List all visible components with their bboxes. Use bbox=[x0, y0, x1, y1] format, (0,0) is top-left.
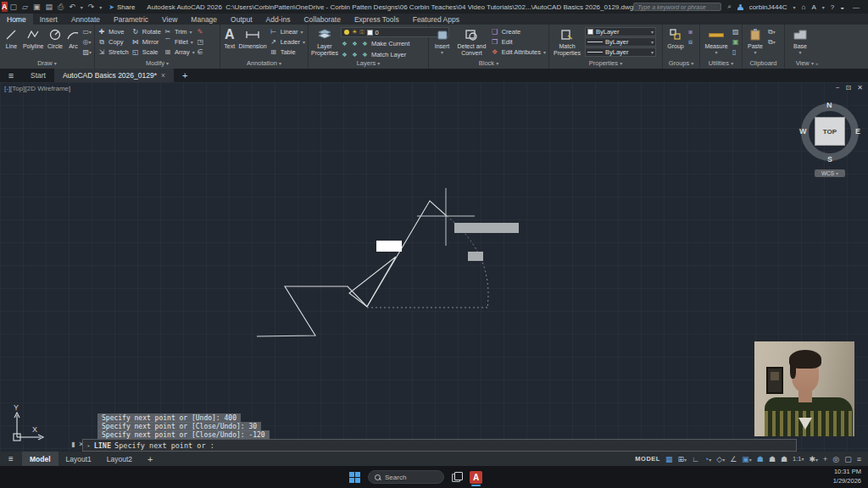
minimize-button[interactable]: — bbox=[850, 3, 862, 11]
block-create-button[interactable]: ❑Create bbox=[491, 27, 546, 36]
panel-title-view[interactable]: View ▾ » bbox=[785, 59, 829, 69]
autodesk-caret-icon[interactable]: ▾ bbox=[822, 4, 825, 10]
ribbon-tab-parametric[interactable]: Parametric bbox=[107, 14, 155, 25]
ungroup-icon[interactable]: ⧆ bbox=[688, 27, 693, 36]
ribbon-tab-collaborate[interactable]: Collaborate bbox=[297, 14, 347, 25]
hatch-icon[interactable]: ▨▾ bbox=[82, 47, 92, 57]
group-edit-icon[interactable]: ⧇ bbox=[688, 37, 693, 47]
autocad-taskbar-icon[interactable]: A bbox=[470, 471, 482, 484]
copy-clip-icon[interactable]: ⧉▾ bbox=[768, 37, 776, 47]
undo-caret-icon[interactable]: ▾ bbox=[81, 4, 83, 10]
stretch-button[interactable]: ⇲Stretch bbox=[97, 47, 129, 57]
redo-icon[interactable]: ↷ bbox=[88, 3, 95, 11]
command-grip-icon[interactable]: ▮ bbox=[71, 441, 75, 448]
help-search-input[interactable]: Type a keyword or phrase bbox=[633, 3, 721, 11]
polar-tracking-icon[interactable]: ◔▾ bbox=[704, 455, 711, 463]
new-tab-button[interactable]: + bbox=[174, 69, 196, 82]
base-button[interactable]: Base▾ bbox=[787, 26, 813, 55]
model-space-toggle[interactable]: MODEL bbox=[635, 455, 660, 463]
ribbon-tab-addins[interactable]: Add-ins bbox=[259, 14, 298, 25]
circle-button[interactable]: Circle bbox=[46, 26, 64, 50]
erase-icon[interactable]: ✎ bbox=[198, 27, 204, 36]
clean-screen-icon[interactable]: ▢ bbox=[844, 455, 852, 463]
customize-plus-icon[interactable]: + bbox=[823, 455, 827, 463]
taskbar-clock[interactable]: 10:31 PM 1/29/2026 bbox=[833, 468, 861, 485]
panel-title-properties[interactable]: Properties ▾ bbox=[549, 59, 662, 69]
ellipse-icon[interactable]: ◎▾ bbox=[82, 37, 92, 47]
annotation-scale-value[interactable]: 1:1▾ bbox=[793, 455, 804, 463]
line-button[interactable]: Line bbox=[3, 26, 20, 50]
group-button[interactable]: Group bbox=[665, 26, 686, 50]
task-view-button[interactable] bbox=[452, 472, 462, 482]
file-tab-menu-icon[interactable]: ≡ bbox=[0, 69, 22, 82]
ribbon-tab-annotate[interactable]: Annotate bbox=[64, 14, 107, 25]
save-icon[interactable]: ▣ bbox=[33, 3, 41, 11]
annotation-visibility-icon[interactable]: ☗ bbox=[757, 455, 764, 463]
ribbon-tab-express-tools[interactable]: Express Tools bbox=[348, 14, 406, 25]
edit-attributes-button[interactable]: ❖Edit Attributes▾ bbox=[491, 47, 546, 57]
feedback-icon[interactable]: ◒ bbox=[840, 3, 844, 11]
open-icon[interactable]: ▱ bbox=[22, 3, 28, 11]
object-color-dropdown[interactable]: ByLayer ▾ bbox=[585, 27, 656, 36]
isolate-objects-icon[interactable]: ◎ bbox=[832, 455, 839, 463]
block-edit-button[interactable]: ❒Edit bbox=[491, 37, 546, 47]
panel-title-draw[interactable]: Draw ▾ bbox=[0, 59, 94, 69]
quick-select-icon[interactable]: ▯ bbox=[732, 47, 739, 57]
signed-in-user[interactable]: corbinJ444C bbox=[749, 3, 787, 11]
table-button[interactable]: ⊞Table bbox=[270, 47, 305, 57]
command-line-input[interactable]: ▸ LINE Specify next point or : bbox=[82, 439, 797, 452]
tab-model[interactable]: Model bbox=[22, 452, 58, 466]
ribbon-tab-output[interactable]: Output bbox=[224, 14, 259, 25]
lineweight-dropdown[interactable]: ByLayer ▾ bbox=[585, 37, 656, 47]
autocad-app-icon[interactable]: A bbox=[2, 2, 8, 12]
redo-caret-icon[interactable]: ▾ bbox=[99, 4, 102, 10]
layer-properties-button[interactable]: Layer Properties bbox=[311, 26, 338, 56]
help-icon[interactable]: ? bbox=[831, 3, 834, 11]
user-caret-icon[interactable]: ▾ bbox=[793, 4, 796, 10]
new-layout-button[interactable]: + bbox=[140, 452, 160, 466]
app-store-icon[interactable]: ⌂ bbox=[802, 3, 806, 11]
taskbar-search-input[interactable]: Search bbox=[368, 470, 444, 484]
undo-icon[interactable]: ↶ bbox=[69, 3, 75, 11]
ribbon-tab-manage[interactable]: Manage bbox=[184, 14, 224, 25]
rectangle-icon[interactable]: ▭▾ bbox=[82, 27, 92, 36]
search-icon[interactable]: ⌕ bbox=[727, 3, 731, 11]
panel-title-layers[interactable]: Layers ▾ bbox=[309, 59, 428, 69]
layout-menu-icon[interactable]: ≡ bbox=[0, 452, 22, 466]
mirror-button[interactable]: ⋈Mirror bbox=[131, 37, 161, 47]
snap-toggle-icon[interactable]: ⊞▾ bbox=[677, 455, 687, 463]
insert-button[interactable]: Insert▾ bbox=[431, 26, 453, 55]
fillet-button[interactable]: ⌒Fillet▾ bbox=[164, 37, 195, 47]
autodesk-access-icon[interactable]: A bbox=[811, 3, 815, 11]
trim-button[interactable]: ✂Trim▾ bbox=[164, 27, 195, 36]
new-icon[interactable]: ▢ bbox=[10, 3, 18, 11]
rotate-button[interactable]: ↻Rotate bbox=[131, 27, 161, 36]
ribbon-tab-featured-apps[interactable]: Featured Apps bbox=[406, 14, 466, 25]
arc-button[interactable]: Arc bbox=[66, 26, 80, 50]
osnap-tracking-icon[interactable]: ∠ bbox=[730, 455, 737, 463]
status-menu-icon[interactable]: ≡ bbox=[857, 455, 861, 463]
copy-button[interactable]: ⧉Copy bbox=[97, 37, 129, 47]
annotation-scale-icon[interactable]: ☗ bbox=[781, 455, 787, 463]
panel-title-block[interactable]: Block ▾ bbox=[429, 59, 548, 69]
start-button[interactable] bbox=[349, 472, 360, 483]
tab-layout1[interactable]: Layout1 bbox=[58, 452, 99, 466]
tab-layout2[interactable]: Layout2 bbox=[99, 452, 140, 466]
dimension-button[interactable]: Dimension bbox=[239, 26, 267, 50]
plot-icon[interactable]: ⎙ bbox=[58, 3, 64, 12]
ribbon-tab-insert[interactable]: Insert bbox=[33, 14, 64, 25]
autoscale-icon[interactable]: ☗ bbox=[769, 455, 776, 463]
isodraft-icon[interactable]: ◇▾ bbox=[716, 455, 725, 463]
ribbon-tab-home[interactable]: Home bbox=[0, 14, 33, 25]
object-snap-icon[interactable]: ▣▾ bbox=[742, 455, 752, 463]
linear-button[interactable]: ⊢Linear▾ bbox=[270, 27, 305, 36]
panel-title-modify[interactable]: Modify ▾ bbox=[95, 59, 220, 69]
text-button[interactable]: A Text bbox=[223, 26, 236, 50]
polyline-button[interactable]: Polyline bbox=[23, 26, 44, 50]
saveas-icon[interactable]: ▤ bbox=[45, 3, 53, 11]
id-point-icon[interactable]: ▨ bbox=[732, 27, 739, 36]
cut-icon[interactable]: ⧉▾ bbox=[768, 27, 776, 36]
offset-icon[interactable]: ∈ bbox=[198, 47, 204, 57]
detect-convert-button[interactable]: Detect and Convert bbox=[455, 26, 488, 56]
tab-close-icon[interactable]: × bbox=[161, 71, 165, 80]
